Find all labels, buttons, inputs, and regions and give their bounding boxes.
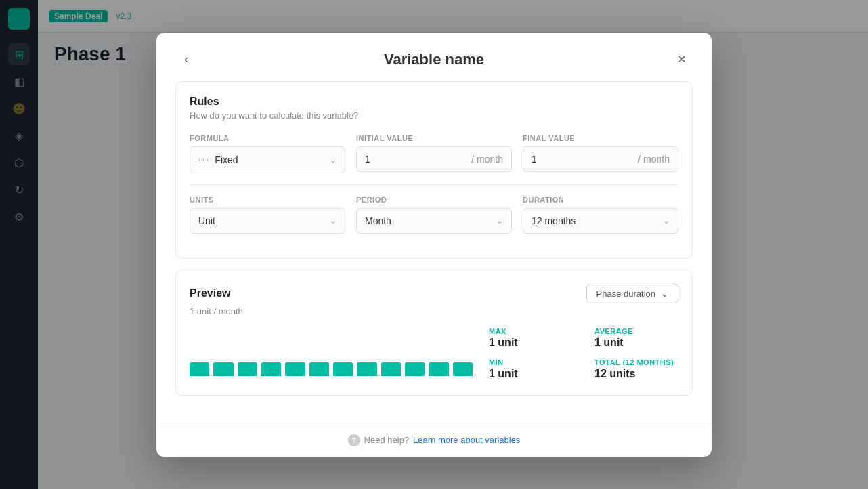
min-label: MIN <box>489 358 573 366</box>
stat-max: MAX 1 unit <box>489 327 573 350</box>
chart-bar <box>429 362 448 376</box>
modal-footer: ? Need help? Learn more about variables <box>156 423 712 457</box>
average-value: 1 unit <box>594 337 678 349</box>
chevron-down-icon-period: ⌄ <box>496 216 503 226</box>
close-icon: × <box>678 51 686 67</box>
final-value-input-group: / month <box>523 146 678 172</box>
formula-select[interactable]: ··· Fixed ⌄ <box>190 146 345 173</box>
total-label: TOTAL (12 MONTHS) <box>594 358 678 366</box>
formula-group: FORMULA ··· Fixed ⌄ <box>190 134 345 173</box>
stat-total: TOTAL (12 MONTHS) 12 units <box>594 358 678 381</box>
chart-bar <box>190 362 209 376</box>
units-group: UNITS Unit ⌄ <box>190 196 345 234</box>
chart-bar <box>261 362 281 376</box>
modal-title: Variable name <box>197 51 671 68</box>
preview-subtitle: 1 unit / month <box>190 306 678 316</box>
stat-average: AVERAGE 1 unit <box>594 327 678 350</box>
initial-value-group: INITIAL VALUE / month <box>356 134 512 173</box>
period-label: PERIOD <box>356 196 512 204</box>
chart-bar <box>285 362 305 376</box>
units-select[interactable]: Unit ⌄ <box>190 208 345 234</box>
chart-bar <box>213 362 233 376</box>
chart-bar <box>381 362 401 376</box>
units-label: UNITS <box>190 196 345 204</box>
max-label: MAX <box>489 327 573 335</box>
final-value-suffix: / month <box>638 154 670 165</box>
period-group: PERIOD Month ⌄ <box>356 196 512 234</box>
rules-title: Rules <box>190 95 678 108</box>
rules-row-1: FORMULA ··· Fixed ⌄ INITIAL VALUE <box>190 134 678 173</box>
duration-label: DURATION <box>523 196 678 204</box>
chevron-down-icon: ⌄ <box>330 155 337 165</box>
chart-bar <box>333 362 353 376</box>
modal-overlay[interactable]: ‹ Variable name × Rules How do you want … <box>0 0 868 489</box>
rules-row-2: UNITS Unit ⌄ PERIOD Month <box>190 196 678 234</box>
formula-label: FORMULA <box>190 134 345 142</box>
chart-bar <box>405 362 425 376</box>
help-text: Need help? <box>364 435 410 445</box>
min-value: 1 unit <box>489 368 573 380</box>
final-value-input[interactable] <box>531 147 638 171</box>
initial-value-input[interactable] <box>365 147 471 171</box>
stats-area: MAX 1 unit AVERAGE 1 unit MIN 1 unit T <box>489 327 678 381</box>
units-value: Unit <box>198 215 215 226</box>
chevron-down-icon-phase: ⌄ <box>661 289 668 299</box>
chevron-down-icon-units: ⌄ <box>330 216 337 226</box>
initial-value-input-group: / month <box>356 146 512 172</box>
final-value-group: FINAL VALUE / month <box>523 134 678 173</box>
chart-bar <box>453 362 473 376</box>
modal-back-button[interactable]: ‹ <box>175 49 197 70</box>
stat-min: MIN 1 unit <box>489 358 573 381</box>
modal-body: Rules How do you want to calculate this … <box>156 81 712 423</box>
average-label: AVERAGE <box>594 327 678 335</box>
max-value: 1 unit <box>489 337 573 349</box>
dots-icon: ··· <box>198 154 209 166</box>
period-value: Month <box>365 215 391 226</box>
preview-content: MAX 1 unit AVERAGE 1 unit MIN 1 unit T <box>190 327 678 381</box>
rules-card: Rules How do you want to calculate this … <box>175 81 693 259</box>
chart-bar <box>238 362 257 376</box>
preview-title: Preview <box>190 287 230 299</box>
duration-select[interactable]: 12 months ⌄ <box>523 208 678 234</box>
chevron-left-icon: ‹ <box>184 52 188 66</box>
final-value-label: FINAL VALUE <box>523 134 678 142</box>
phase-duration-button[interactable]: Phase duration ⌄ <box>586 284 678 303</box>
chart-bar <box>309 362 329 376</box>
modal: ‹ Variable name × Rules How do you want … <box>156 33 712 457</box>
chart-area <box>190 327 473 381</box>
chevron-down-icon-duration: ⌄ <box>663 216 670 226</box>
help-icon: ? <box>348 434 360 446</box>
preview-card: Preview Phase duration ⌄ 1 unit / month … <box>175 270 693 396</box>
total-value: 12 units <box>594 368 678 380</box>
preview-header: Preview Phase duration ⌄ <box>190 284 678 303</box>
phase-duration-label: Phase duration <box>596 289 655 299</box>
duration-group: DURATION 12 months ⌄ <box>523 196 678 234</box>
modal-header: ‹ Variable name × <box>156 33 712 81</box>
chart-bar <box>357 362 376 376</box>
rules-divider <box>190 184 678 185</box>
help-link[interactable]: Learn more about variables <box>413 435 520 445</box>
rules-subtitle: How do you want to calculate this variab… <box>190 110 678 121</box>
duration-value: 12 months <box>531 215 576 226</box>
initial-value-suffix: / month <box>471 154 503 165</box>
modal-close-button[interactable]: × <box>671 49 693 70</box>
period-select[interactable]: Month ⌄ <box>356 208 512 234</box>
initial-value-label: INITIAL VALUE <box>356 134 512 142</box>
formula-value: Fixed <box>215 154 238 165</box>
